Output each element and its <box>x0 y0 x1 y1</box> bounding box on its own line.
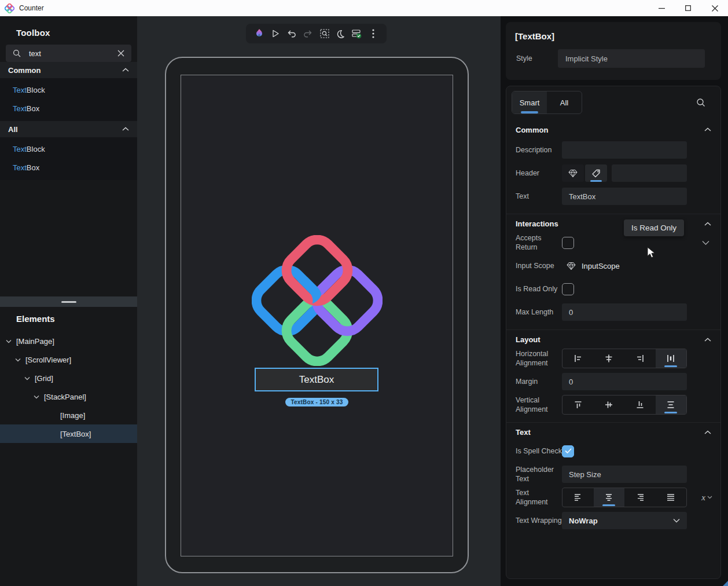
toolbox-items-all: TextBlock TextBox <box>0 137 137 180</box>
play-icon[interactable] <box>270 28 281 39</box>
selection-size-badge-wrap: TextBox - 150 x 33 <box>181 398 453 406</box>
text-wrapping-label: Text Wrapping <box>516 516 562 525</box>
text-align-right-icon[interactable] <box>624 488 656 507</box>
toolbox-section-common[interactable]: Common <box>0 62 137 78</box>
binding-gem-icon[interactable] <box>562 164 584 182</box>
toolbox-item-textblock[interactable]: TextBlock <box>0 80 137 99</box>
redo-icon[interactable] <box>302 28 314 39</box>
clear-search-icon[interactable] <box>117 50 124 57</box>
input-scope-value[interactable]: InputScope <box>582 262 620 270</box>
text-input[interactable]: TextBox <box>562 188 687 205</box>
tree-item-stackpanel[interactable]: [StackPanel] <box>0 387 137 406</box>
window-title: Counter <box>19 4 44 12</box>
chevron-up-icon[interactable] <box>122 68 129 72</box>
rest-text: Block <box>27 86 45 94</box>
zoom-to-fit-icon[interactable] <box>319 28 330 39</box>
design-canvas[interactable]: TextBox TextBox - 150 x 33 <box>137 16 501 586</box>
text-align-left-icon[interactable] <box>562 488 594 507</box>
text-label: Text <box>516 192 562 201</box>
chevron-down-icon[interactable] <box>24 376 31 380</box>
max-length-input[interactable]: 0 <box>562 303 687 321</box>
tree-item-grid[interactable]: [Grid] <box>0 369 137 387</box>
tree-item-label: [ScrollViewer] <box>25 356 71 364</box>
chevron-down-icon[interactable] <box>15 358 22 362</box>
toolbox-item-textblock[interactable]: TextBlock <box>0 140 137 158</box>
section-interactions[interactable]: Interactions <box>506 214 720 231</box>
toolbox-search-input[interactable]: text <box>6 45 131 62</box>
properties-search-icon[interactable] <box>696 98 705 107</box>
close-button[interactable] <box>701 0 728 16</box>
tree-item-scrollviewer[interactable]: [ScrollViewer] <box>0 350 137 369</box>
undo-icon[interactable] <box>286 28 297 39</box>
row-text-wrapping: Text Wrapping NoWrap <box>506 509 720 532</box>
halign-right-icon[interactable] <box>624 349 656 368</box>
accepts-return-checkbox[interactable] <box>562 237 574 249</box>
horizontal-alignment-group <box>562 349 687 368</box>
text-align-justify-icon[interactable] <box>656 488 687 507</box>
chevron-down-icon[interactable] <box>6 339 13 343</box>
text-align-center-icon[interactable] <box>594 488 625 507</box>
chevron-up-icon[interactable] <box>704 127 711 132</box>
toolbox-item-textbox[interactable]: TextBox <box>0 99 137 118</box>
halign-left-icon[interactable] <box>562 349 594 368</box>
header-input[interactable] <box>612 164 687 182</box>
tree-item-label: [Grid] <box>35 374 53 383</box>
text-wrapping-dropdown[interactable]: NoWrap <box>562 512 687 529</box>
chevron-down-icon[interactable] <box>34 395 41 399</box>
valign-bottom-icon[interactable] <box>624 395 656 414</box>
row-max-length: Max Length 0 <box>506 301 720 324</box>
section-layout[interactable]: Layout <box>506 329 720 347</box>
rest-text: Block <box>27 145 45 153</box>
match-text: Text <box>13 86 27 94</box>
hot-reload-flame-icon[interactable] <box>253 28 265 39</box>
window-resize-grip[interactable] <box>723 581 728 586</box>
valign-center-icon[interactable] <box>594 395 625 414</box>
tree-item-image[interactable]: [Image] <box>0 406 137 424</box>
placeholder-text-label: Placeholder Text <box>516 465 562 484</box>
binding-gem-icon[interactable] <box>567 262 576 270</box>
toolbox-section-all[interactable]: All <box>0 121 137 137</box>
app-logo-image[interactable] <box>252 235 383 366</box>
horizontal-alignment-label: Horizontal Alignment <box>516 349 562 368</box>
valign-stretch-icon[interactable] <box>656 395 687 414</box>
halign-center-icon[interactable] <box>594 349 625 368</box>
tree-item-mainpage[interactable]: [MainPage] <box>0 332 137 350</box>
row-header: Header <box>506 162 720 185</box>
tag-icon[interactable] <box>585 164 607 182</box>
tab-all[interactable]: All <box>547 91 582 113</box>
is-read-only-checkbox[interactable] <box>562 283 574 295</box>
app-logo-icon <box>5 3 14 13</box>
section-text[interactable]: Text <box>506 422 720 440</box>
valign-top-icon[interactable] <box>562 395 594 414</box>
tab-smart[interactable]: Smart <box>512 91 547 113</box>
panel-splitter-handle[interactable] <box>0 296 137 307</box>
description-label: Description <box>516 145 562 155</box>
chevron-up-icon[interactable] <box>122 127 129 131</box>
minimize-button[interactable] <box>648 0 675 16</box>
header-mode-toggle <box>562 164 607 182</box>
maximize-button[interactable] <box>675 0 701 16</box>
match-text: Text <box>13 104 27 113</box>
chevron-up-icon[interactable] <box>704 222 711 226</box>
placeholder-text-input[interactable]: Step Size <box>562 466 687 483</box>
is-spell-check-checkbox[interactable] <box>562 445 574 457</box>
chevron-up-icon[interactable] <box>704 430 711 435</box>
section-common[interactable]: Common <box>506 121 720 138</box>
chevron-up-icon[interactable] <box>704 338 711 342</box>
chevron-down-icon[interactable] <box>702 240 709 246</box>
margin-input[interactable]: 0 <box>562 373 687 390</box>
binding-x-selector[interactable]: x <box>701 493 712 503</box>
elements-panel: Elements [MainPage] [ScrollViewer] [Grid… <box>0 307 137 443</box>
tree-item-label: [Image] <box>60 411 85 420</box>
halign-stretch-icon[interactable] <box>656 349 687 368</box>
more-menu-kebab-icon[interactable] <box>367 28 379 39</box>
canvas-textbox-element[interactable]: TextBox <box>255 368 378 391</box>
dark-mode-moon-icon[interactable] <box>335 28 347 39</box>
toolbox-item-textbox[interactable]: TextBox <box>0 158 137 177</box>
tree-item-textbox-selected[interactable]: [TextBox] <box>0 424 137 443</box>
description-input[interactable] <box>562 141 687 159</box>
device-screen[interactable]: TextBox TextBox - 150 x 33 <box>181 75 453 556</box>
style-input[interactable]: Implicit Style <box>558 49 705 68</box>
deploy-status-icon[interactable] <box>351 28 363 39</box>
toolbox-panel: Toolbox text Common TextBlock TextBox <box>0 16 137 586</box>
